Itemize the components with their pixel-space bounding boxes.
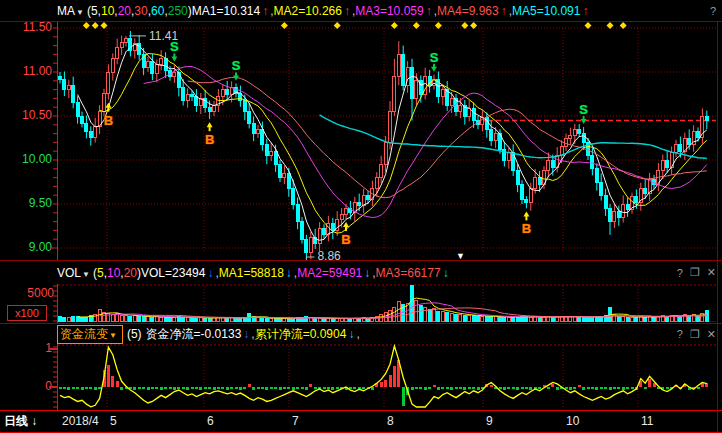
trend-arrow-icon: ↑ (582, 4, 588, 18)
svg-text:B: B (205, 132, 214, 147)
trend-arrow-icon: ↑ (262, 4, 268, 18)
volume-header: VOL▼ (5,10,20) VOL=23494↓,MA1=58818↓,MA2… (57, 261, 718, 284)
fundflow-param: (5) (127, 327, 142, 341)
divider (717, 21, 718, 432)
main-chart-canvas[interactable]: BSBSBSBS11.418.86 (0, 21, 722, 261)
trend-arrow-icon: ↓ (243, 327, 249, 341)
svg-text:B: B (522, 221, 531, 236)
chevron-down-icon: ▼ (82, 270, 90, 279)
chevron-down-icon: ▼ (109, 331, 117, 340)
fundflow-chart-canvas[interactable] (0, 344, 722, 410)
param: 250 (168, 4, 188, 18)
month-label: 11 (641, 414, 653, 428)
month-label: 10 (566, 414, 579, 428)
param: 5 (97, 266, 104, 280)
close-icon[interactable]: ✕ (707, 328, 716, 341)
vol-indicator-label: VOL (57, 266, 81, 280)
fundflow-indicator-selector[interactable]: 资金流变▼ (57, 325, 123, 344)
param: 30 (134, 4, 147, 18)
volume-chart-canvas[interactable] (0, 284, 722, 324)
close-icon[interactable]: ✕ (707, 266, 716, 279)
panel-splitter-arrow[interactable]: ▼ (456, 251, 465, 261)
value: MA1=58818 (219, 266, 284, 280)
value: 资金净流=-0.0133 (146, 327, 242, 341)
indicator-label: MA (57, 4, 75, 18)
value: MA4=9.963 (437, 4, 499, 18)
trend-arrow-icon: ↓ (443, 266, 449, 280)
stock-chart-window: MA▼ (5,10,20,30,60,250) MA1=10.314↑,MA2=… (0, 0, 722, 433)
help-icon[interactable]: ? (710, 5, 716, 17)
month-label: 5 (110, 414, 117, 428)
value: MA5=10.091 (512, 4, 580, 18)
param: 10 (107, 266, 120, 280)
period-label: 日线 (4, 414, 28, 428)
vol-params: (5,10,20) (93, 266, 141, 280)
param: 10 (101, 4, 114, 18)
fundflow-header: 资金流变▼ (5) 资金净流=-0.0133↓,累计净流=0.0904↓ , (57, 324, 718, 344)
param: 20 (118, 4, 131, 18)
svg-text:S: S (579, 102, 588, 117)
main-header-icons: ? (710, 0, 716, 21)
vol-indicator-selector[interactable]: VOL▼ (57, 266, 93, 280)
fundflow-label: 资金流变 (60, 327, 108, 341)
trend-arrow-icon: ↓ (348, 327, 354, 341)
month-label: 8 (387, 414, 394, 428)
time-axis (0, 410, 722, 433)
param: 60 (151, 4, 164, 18)
svg-text:S: S (430, 50, 439, 65)
svg-text:11.41: 11.41 (149, 29, 178, 43)
trend-arrow-icon: ↑ (426, 4, 432, 18)
month-label: 7 (292, 414, 299, 428)
value: MA2=59491 (297, 266, 362, 280)
indicator-values: MA1=10.314↑,MA2=10.266↑,MA3=10.059↑,MA4=… (192, 4, 591, 18)
indicator-params: (5,10,20,30,60,250) (87, 4, 192, 18)
trend-arrow-icon: ↓ (207, 266, 213, 280)
help-icon[interactable]: ? (677, 328, 683, 340)
indicator-selector[interactable]: MA▼ (57, 4, 87, 18)
trend-arrow-icon: ↓ (286, 266, 292, 280)
period-selector[interactable]: 日线 ↓ (4, 413, 37, 430)
divider (0, 21, 722, 22)
trend-arrow-icon: ↑ (501, 4, 507, 18)
value: MA2=10.266 (274, 4, 342, 18)
param: 20 (124, 266, 137, 280)
value: VOL=23494 (141, 266, 205, 280)
main-indicator-header: MA▼ (5,10,20,30,60,250) MA1=10.314↑,MA2=… (57, 0, 718, 21)
vol-values: VOL=23494↓,MA1=58818↓,MA2=59491↓,MA3=661… (141, 266, 451, 280)
restore-icon[interactable]: ❐ (690, 266, 700, 279)
param: 5 (91, 4, 98, 18)
value: MA3=66177 (376, 266, 441, 280)
svg-text:B: B (104, 113, 113, 128)
arrow-down-icon: ↓ (31, 414, 37, 428)
fundflow-trailing: , (356, 327, 359, 341)
value: 累计净流=0.0904 (255, 327, 347, 341)
month-label: 9 (486, 414, 493, 428)
month-label: 6 (207, 414, 214, 428)
fundflow-values: 资金净流=-0.0133↓,累计净流=0.0904↓ (146, 326, 357, 343)
help-icon[interactable]: ? (677, 267, 683, 279)
trend-arrow-icon: ↑ (344, 4, 350, 18)
vol-header-icons: ? ❐ ✕ (677, 261, 716, 284)
flow-header-icons: ? ❐ ✕ (677, 324, 716, 344)
trend-arrow-icon: ↓ (364, 266, 370, 280)
month-label: 2018/4 (62, 414, 99, 428)
value: MA3=10.059 (355, 4, 423, 18)
svg-text:S: S (232, 58, 241, 73)
svg-text:B: B (341, 232, 350, 247)
restore-icon[interactable]: ❐ (690, 328, 700, 341)
chevron-down-icon: ▼ (76, 8, 84, 17)
value: MA1=10.314 (192, 4, 260, 18)
